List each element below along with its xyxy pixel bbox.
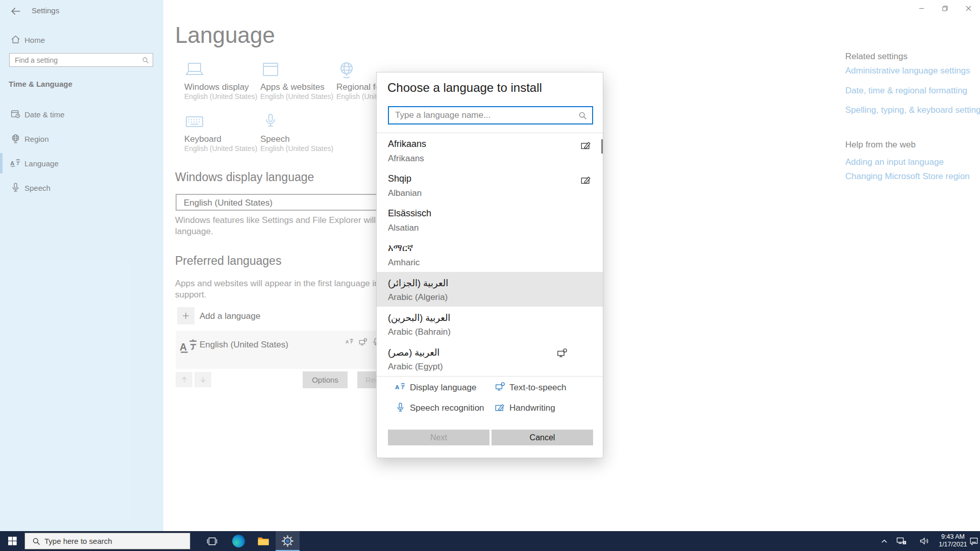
action-center-button[interactable] (969, 531, 978, 551)
settings-app-button[interactable] (276, 531, 300, 551)
search-icon (32, 537, 40, 545)
legend-label: Speech recognition (410, 403, 484, 413)
language-option-arabic-egypt[interactable]: العربية (مصر) Arabic (Egypt) (377, 341, 603, 376)
legend-label: Handwriting (509, 403, 555, 413)
language-english-name: Albanian (388, 188, 422, 198)
text-to-speech-icon (556, 348, 568, 359)
tray-chevron-icon (881, 539, 888, 544)
language-native-name: Elsässisch (388, 208, 431, 219)
windows-settings-screen: Settings Home Time & Language Date & tim… (0, 0, 980, 551)
list-scrollbar[interactable] (601, 139, 603, 154)
taskbar: The Collection Book (0, 531, 980, 551)
edge-icon (232, 535, 245, 547)
taskbar-search-input[interactable] (44, 533, 187, 549)
language-english-name: Arabic (Algeria) (388, 292, 448, 303)
language-option-arabic-algeria[interactable]: العربية (الجزائر) Arabic (Algeria) (377, 272, 603, 307)
language-english-name: Alsatian (388, 223, 419, 233)
handwriting-icon (495, 402, 505, 413)
language-option-amharic[interactable]: አማርኛ Amharic (377, 237, 603, 272)
network-icon (896, 537, 907, 545)
task-view-icon (207, 537, 217, 546)
display-language-icon: A (395, 382, 406, 392)
language-english-name: Afrikaans (388, 154, 424, 164)
text-to-speech-icon (495, 382, 505, 392)
language-search-input[interactable] (389, 107, 592, 123)
dialog-title: Choose a language to install (387, 81, 542, 95)
start-button[interactable] (0, 531, 24, 551)
task-view-button[interactable] (200, 531, 224, 551)
action-center-icon (969, 537, 978, 546)
language-native-name: العربية (مصر) (388, 347, 439, 358)
volume-button[interactable] (919, 531, 930, 551)
file-explorer-button[interactable] (251, 531, 275, 551)
file-explorer-icon (257, 536, 270, 546)
search-icon (578, 111, 587, 120)
dialog-searchbox[interactable] (388, 106, 593, 124)
tray-chevron-button[interactable] (881, 531, 888, 551)
taskbar-searchbox[interactable] (24, 533, 190, 549)
svg-text:A: A (395, 384, 399, 390)
edge-button[interactable] (227, 531, 251, 551)
language-english-name: Amharic (388, 258, 420, 268)
language-list: Afrikaans Afrikaans Shqip Albanian Elsäs… (377, 133, 603, 377)
language-native-name: አማርኛ (388, 243, 413, 254)
settings-gear-icon (281, 535, 294, 547)
clock-time: 9:43 AM (937, 533, 969, 541)
legend-label: Display language (410, 383, 476, 393)
language-english-name: Arabic (Bahrain) (388, 327, 451, 337)
language-native-name: Afrikaans (388, 139, 426, 149)
language-native-name: العربية (الجزائر) (388, 278, 448, 289)
language-option-elsassisch[interactable]: Elsässisch Alsatian (377, 203, 603, 237)
language-native-name: العربية (البحرين) (388, 312, 450, 323)
clock-date: 1/17/2021 (937, 541, 969, 548)
language-option-shqip[interactable]: Shqip Albanian (377, 168, 603, 203)
cancel-button[interactable]: Cancel (492, 430, 593, 445)
next-button[interactable]: Next (388, 430, 489, 445)
handwriting-icon (580, 174, 592, 186)
language-english-name: Arabic (Egypt) (388, 362, 443, 372)
handwriting-icon (580, 140, 592, 151)
volume-icon (919, 537, 930, 545)
language-option-afrikaans[interactable]: Afrikaans Afrikaans (377, 133, 603, 168)
choose-language-dialog: Choose a language to install Afrikaans A… (376, 72, 603, 458)
taskbar-clock[interactable]: 9:43 AM 1/17/2021 (937, 533, 969, 549)
language-option-arabic-bahrain[interactable]: العربية (البحرين) Arabic (Bahrain) (377, 307, 603, 341)
start-icon (8, 537, 17, 545)
legend-label: Text-to-speech (509, 383, 567, 393)
language-native-name: Shqip (388, 173, 411, 184)
network-button[interactable] (896, 531, 907, 551)
speech-recognition-icon (395, 402, 406, 413)
